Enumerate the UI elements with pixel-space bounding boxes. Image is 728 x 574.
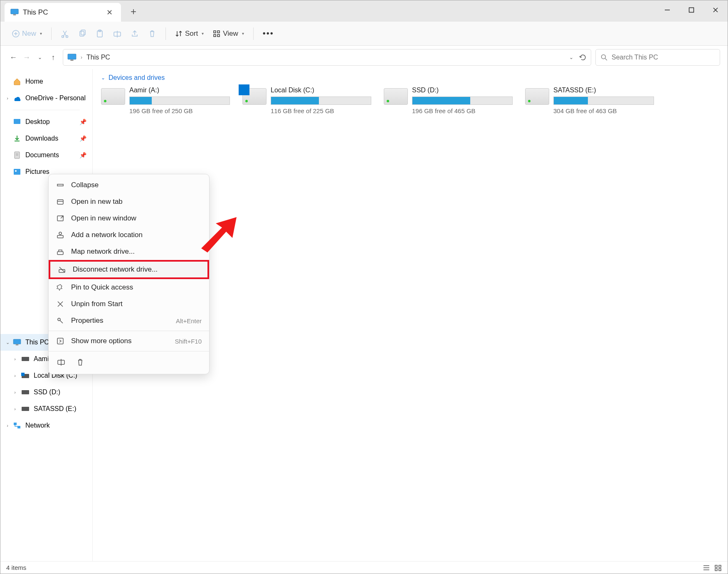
new-tab-button[interactable]: + — [125, 3, 142, 20]
delete-button[interactable] — [144, 25, 160, 42]
address-bar[interactable]: › This PC ⌄ — [63, 49, 591, 66]
drive-item[interactable]: SATASSD (E:) 304 GB free of 463 GB — [525, 87, 654, 114]
expand-icon[interactable]: ⌄ — [5, 340, 10, 345]
context-item-show-more-options[interactable]: Show more options Shift+F10 — [49, 333, 209, 349]
copy-button[interactable] — [74, 25, 91, 42]
sidebar-documents[interactable]: Documents 📌 — [0, 147, 92, 163]
context-label: Open in new tab — [71, 198, 202, 206]
window-icon — [56, 214, 64, 223]
svg-rect-60 — [715, 565, 717, 567]
context-item-pin-to-quick-access[interactable]: Pin to Quick access — [49, 279, 209, 296]
thumbnails-view-button[interactable] — [714, 564, 722, 571]
cut-button[interactable] — [57, 25, 73, 42]
drive-item[interactable]: Aamir (A:) 196 GB free of 250 GB — [101, 87, 230, 114]
search-input[interactable] — [612, 54, 715, 61]
rename-icon[interactable] — [56, 357, 66, 367]
refresh-button[interactable] — [579, 54, 587, 61]
sidebar-home[interactable]: Home — [0, 73, 92, 90]
new-button[interactable]: New ▾ — [8, 25, 46, 42]
address-dropdown[interactable]: ⌄ — [569, 54, 573, 60]
expand-icon[interactable]: › — [5, 423, 10, 428]
expand-icon[interactable]: › — [5, 96, 10, 101]
up-button[interactable]: ↑ — [48, 52, 59, 63]
downloads-icon — [13, 134, 21, 143]
svg-rect-61 — [719, 565, 721, 567]
unpin-icon — [56, 300, 64, 308]
divider — [253, 27, 254, 40]
expand-icon[interactable]: › — [12, 390, 18, 395]
sort-label: Sort — [185, 30, 198, 38]
sort-button[interactable]: Sort ▾ — [171, 25, 208, 42]
drives-list: Aamir (A:) 196 GB free of 250 GB Local D… — [101, 87, 719, 114]
delete-icon[interactable] — [75, 357, 85, 367]
drive-icon — [21, 371, 30, 380]
tab-close-button[interactable]: ✕ — [104, 8, 115, 17]
divider — [165, 27, 166, 40]
thispc-icon — [10, 9, 19, 16]
drive-name: SATASSD (E:) — [553, 87, 654, 94]
pin-icon — [56, 283, 64, 292]
sidebar-drive-satassd[interactable]: › SATASSD (E:) — [0, 401, 92, 417]
divider — [51, 27, 52, 40]
sidebar-documents-label: Documents — [25, 151, 59, 159]
drive-item[interactable]: Local Disk (C:) 116 GB free of 225 GB — [242, 87, 371, 114]
context-item-map-network-drive[interactable]: Map network drive... — [49, 243, 209, 260]
recent-dropdown[interactable]: ⌄ — [35, 52, 45, 63]
section-header[interactable]: ⌄ Devices and drives — [101, 74, 719, 82]
sidebar-separator — [13, 110, 80, 110]
search-box[interactable] — [595, 49, 720, 66]
maximize-button[interactable] — [679, 0, 703, 19]
context-item-add-a-network-location[interactable]: Add a network location — [49, 227, 209, 243]
onedrive-icon — [13, 94, 21, 102]
rename-button[interactable] — [109, 25, 126, 42]
status-bar: 4 items — [0, 561, 728, 574]
details-view-button[interactable] — [703, 564, 710, 571]
breadcrumb-thispc[interactable]: This PC — [86, 54, 110, 61]
paste-button[interactable] — [91, 25, 108, 42]
chevron-down-icon: ▾ — [202, 31, 204, 36]
drive-icon — [21, 355, 30, 363]
svg-rect-36 — [22, 390, 29, 394]
context-item-open-in-new-window[interactable]: Open in new window — [49, 210, 209, 227]
context-item-properties[interactable]: Properties Alt+Enter — [49, 312, 209, 329]
context-item-disconnect-network-drive[interactable]: Disconnect network drive... — [49, 260, 209, 279]
context-label: Pin to Quick access — [71, 283, 202, 292]
sidebar-onedrive[interactable]: › OneDrive - Personal — [0, 90, 92, 106]
svg-rect-19 — [214, 35, 216, 37]
svg-rect-3 — [689, 7, 694, 12]
drive-icon — [242, 88, 267, 105]
view-label: View — [223, 30, 238, 38]
back-button[interactable]: ← — [8, 52, 19, 63]
expand-icon[interactable]: › — [12, 373, 18, 378]
context-item-unpin-from-start[interactable]: Unpin from Start — [49, 296, 209, 312]
minimize-button[interactable] — [655, 0, 679, 19]
view-button[interactable]: View ▾ — [209, 25, 248, 42]
context-item-collapse[interactable]: Collapse — [49, 177, 209, 193]
sidebar-drive-label: SATASSD (E:) — [34, 405, 77, 413]
thispc-icon — [67, 54, 77, 61]
sidebar-home-label: Home — [25, 78, 43, 85]
sidebar-thispc-label: This PC — [25, 339, 49, 346]
expand-icon[interactable]: › — [12, 356, 18, 361]
context-label: Map network drive... — [71, 247, 202, 256]
sidebar-desktop[interactable]: Desktop 📌 — [0, 114, 92, 130]
context-label: Add a network location — [71, 231, 202, 239]
drive-info: 196 GB free of 250 GB — [129, 107, 230, 114]
context-item-open-in-new-tab[interactable]: Open in new tab — [49, 193, 209, 210]
sidebar-downloads[interactable]: Downloads 📌 — [0, 130, 92, 147]
window-tab[interactable]: This PC ✕ — [5, 3, 121, 22]
svg-line-44 — [61, 216, 63, 218]
svg-rect-12 — [81, 30, 85, 35]
expand-icon[interactable]: › — [12, 406, 18, 411]
window-controls — [655, 0, 728, 19]
sidebar-network[interactable]: › Network — [0, 417, 92, 434]
context-label: Properties — [71, 317, 169, 325]
close-button[interactable] — [703, 0, 728, 19]
forward-button[interactable]: → — [21, 52, 32, 63]
drive-item[interactable]: SSD (D:) 196 GB free of 465 GB — [384, 87, 513, 114]
share-button[interactable] — [126, 25, 143, 42]
more-button[interactable]: ••• — [259, 25, 278, 42]
drive-name: Local Disk (C:) — [271, 87, 371, 94]
pin-icon: 📌 — [79, 119, 86, 125]
sidebar-drive-ssd[interactable]: › SSD (D:) — [0, 384, 92, 401]
